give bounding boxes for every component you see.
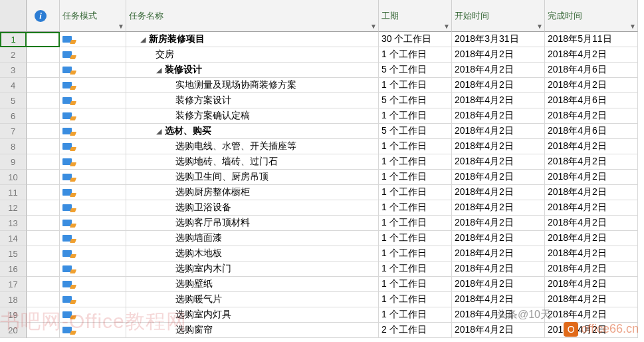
duration-cell[interactable]: 1 个工作日 [379, 170, 452, 185]
header-task-mode[interactable]: 任务模式 ▼ [60, 0, 126, 32]
finish-date-cell[interactable]: 2018年4月2日 [545, 277, 638, 292]
indicator-cell[interactable] [27, 63, 60, 78]
task-mode-cell[interactable] [60, 63, 126, 78]
start-date-cell[interactable]: 2018年4月2日 [452, 246, 545, 261]
chevron-down-icon[interactable]: ▼ [370, 23, 377, 30]
start-date-cell[interactable]: 2018年4月2日 [452, 200, 545, 216]
indicator-cell[interactable] [27, 78, 60, 93]
indicator-cell[interactable] [27, 170, 60, 185]
duration-cell[interactable]: 5 个工作日 [379, 124, 452, 139]
indicator-cell[interactable] [27, 323, 60, 338]
row-number[interactable]: 4 [0, 78, 27, 93]
finish-date-cell[interactable]: 2018年4月6日 [545, 63, 638, 78]
duration-cell[interactable]: 5 个工作日 [379, 93, 452, 108]
start-date-cell[interactable]: 2018年4月2日 [452, 47, 545, 63]
task-mode-cell[interactable] [60, 139, 126, 154]
header-indicators[interactable]: i [27, 0, 60, 32]
indicator-cell[interactable] [27, 124, 60, 139]
row-number[interactable]: 17 [0, 277, 27, 292]
task-name-cell[interactable]: 选购暖气片 [126, 292, 379, 307]
indicator-cell[interactable] [27, 246, 60, 261]
duration-cell[interactable]: 1 个工作日 [379, 139, 452, 154]
duration-cell[interactable]: 1 个工作日 [379, 292, 452, 307]
task-mode-cell[interactable] [60, 292, 126, 307]
task-name-cell[interactable]: ◢选材、购买 [126, 124, 379, 139]
finish-date-cell[interactable]: 2018年4月2日 [545, 292, 638, 307]
task-name-cell[interactable]: 选购电线、水管、开关插座等 [126, 139, 379, 154]
row-number[interactable]: 19 [0, 307, 27, 323]
task-mode-cell[interactable] [60, 307, 126, 323]
task-name-cell[interactable]: 选购室内灯具 [126, 307, 379, 323]
task-mode-cell[interactable] [60, 170, 126, 185]
row-number[interactable]: 16 [0, 261, 27, 277]
chevron-down-icon[interactable]: ▼ [118, 23, 124, 30]
row-number[interactable]: 20 [0, 323, 27, 338]
indicator-cell[interactable] [27, 185, 60, 200]
duration-cell[interactable]: 1 个工作日 [379, 277, 452, 292]
row-number[interactable]: 9 [0, 154, 27, 170]
task-mode-cell[interactable] [60, 124, 126, 139]
collapse-toggle-icon[interactable]: ◢ [156, 127, 162, 136]
start-date-cell[interactable]: 2018年3月31日 [452, 32, 545, 47]
indicator-cell[interactable] [27, 261, 60, 277]
finish-date-cell[interactable]: 2018年4月2日 [545, 78, 638, 93]
row-number[interactable]: 1 [0, 32, 27, 47]
header-finish[interactable]: 完成时间 ▼ [545, 0, 638, 32]
duration-cell[interactable]: 1 个工作日 [379, 261, 452, 277]
start-date-cell[interactable]: 2018年4月2日 [452, 78, 545, 93]
indicator-cell[interactable] [27, 200, 60, 216]
row-number[interactable]: 18 [0, 292, 27, 307]
duration-cell[interactable]: 1 个工作日 [379, 216, 452, 231]
task-mode-cell[interactable] [60, 78, 126, 93]
duration-cell[interactable]: 1 个工作日 [379, 231, 452, 246]
finish-date-cell[interactable]: 2018年4月2日 [545, 139, 638, 154]
indicator-cell[interactable] [27, 307, 60, 323]
task-name-cell[interactable]: ◢新房装修项目 [126, 32, 379, 47]
finish-date-cell[interactable]: 2018年4月2日 [545, 216, 638, 231]
collapse-toggle-icon[interactable]: ◢ [156, 66, 162, 75]
task-name-cell[interactable]: ◢装修设计 [126, 63, 379, 78]
task-name-cell[interactable]: 装修方案确认定稿 [126, 108, 379, 124]
task-mode-cell[interactable] [60, 154, 126, 170]
row-number[interactable]: 2 [0, 47, 27, 63]
finish-date-cell[interactable]: 2018年4月2日 [545, 323, 638, 338]
finish-date-cell[interactable]: 2018年4月2日 [545, 154, 638, 170]
row-number[interactable]: 12 [0, 200, 27, 216]
task-name-cell[interactable]: 选购地砖、墙砖、过门石 [126, 154, 379, 170]
duration-cell[interactable]: 2 个工作日 [379, 323, 452, 338]
row-number[interactable]: 3 [0, 63, 27, 78]
finish-date-cell[interactable]: 2018年4月2日 [545, 200, 638, 216]
header-rownum[interactable] [0, 0, 27, 32]
row-number[interactable]: 10 [0, 170, 27, 185]
task-name-cell[interactable]: 选购卫生间、厨房吊顶 [126, 170, 379, 185]
start-date-cell[interactable]: 2018年4月2日 [452, 124, 545, 139]
start-date-cell[interactable]: 2018年4月2日 [452, 323, 545, 338]
row-number[interactable]: 5 [0, 93, 27, 108]
duration-cell[interactable]: 30 个工作日 [379, 32, 452, 47]
header-duration[interactable]: 工期 ▼ [379, 0, 452, 32]
indicator-cell[interactable] [27, 231, 60, 246]
indicator-cell[interactable] [27, 93, 60, 108]
task-mode-cell[interactable] [60, 93, 126, 108]
task-mode-cell[interactable] [60, 32, 126, 47]
task-name-cell[interactable]: 交房 [126, 47, 379, 63]
start-date-cell[interactable]: 2018年4月2日 [452, 307, 545, 323]
task-name-cell[interactable]: 选购窗帘 [126, 323, 379, 338]
start-date-cell[interactable]: 2018年4月2日 [452, 93, 545, 108]
indicator-cell[interactable] [27, 292, 60, 307]
task-name-cell[interactable]: 选购厨房整体橱柜 [126, 185, 379, 200]
duration-cell[interactable]: 1 个工作日 [379, 307, 452, 323]
indicator-cell[interactable] [27, 108, 60, 124]
task-name-cell[interactable]: 选购客厅吊顶材料 [126, 216, 379, 231]
start-date-cell[interactable]: 2018年4月2日 [452, 185, 545, 200]
indicator-cell[interactable] [27, 32, 60, 47]
finish-date-cell[interactable]: 2018年4月2日 [545, 185, 638, 200]
task-mode-cell[interactable] [60, 261, 126, 277]
duration-cell[interactable]: 1 个工作日 [379, 154, 452, 170]
start-date-cell[interactable]: 2018年4月2日 [452, 139, 545, 154]
indicator-cell[interactable] [27, 154, 60, 170]
finish-date-cell[interactable]: 2018年4月2日 [545, 261, 638, 277]
start-date-cell[interactable]: 2018年4月2日 [452, 231, 545, 246]
start-date-cell[interactable]: 2018年4月2日 [452, 108, 545, 124]
row-number[interactable]: 14 [0, 231, 27, 246]
